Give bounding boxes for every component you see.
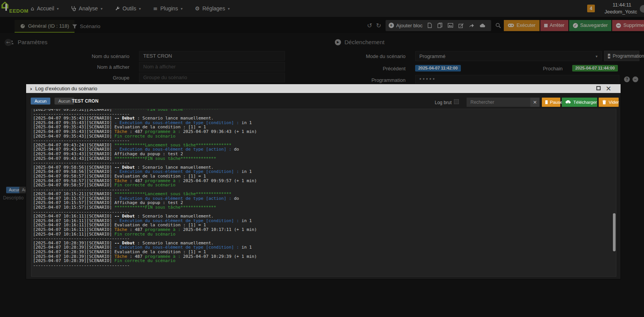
log-brut-label: Log brut [435, 100, 452, 105]
log-brut-checkbox[interactable] [454, 99, 459, 104]
clear-log-button[interactable]: Vider [599, 98, 619, 107]
download-label: Télécharger [573, 100, 597, 105]
modal-header[interactable]: › Log d'exécution du scénario × [26, 84, 621, 93]
trash-icon [602, 100, 606, 105]
pause-label: Pause [550, 100, 563, 105]
log-line: -------------------------------------- [33, 263, 616, 268]
log-filter-button[interactable]: Aucun [55, 98, 74, 105]
log-content: [2025-04-07 09:35:31][SCENARIO] ********… [33, 109, 616, 267]
log-area[interactable]: [2025-04-07 09:35:31][SCENARIO] ********… [31, 109, 616, 277]
chevron-right-icon: › [30, 86, 32, 92]
pause-button[interactable]: Pause [542, 98, 560, 107]
cloud-download-icon [565, 100, 571, 105]
download-button[interactable]: Télécharger [562, 98, 597, 107]
pause-icon [545, 100, 548, 104]
modal-title: Log d'exécution du scénario [35, 86, 97, 91]
clear-search-button[interactable]: × [530, 98, 540, 107]
jeedom-page: ⌂ EEDOM ⌂ Accueil ▾ Analyse ▾ Outils ▾ ≡… [0, 0, 644, 317]
log-search-input[interactable] [467, 98, 530, 107]
close-icon[interactable]: × [606, 84, 611, 92]
log-modal: › Log d'exécution du scénario × Aucun Au… [26, 84, 621, 279]
clear-label: Vider [609, 100, 619, 105]
log-filter-button-active[interactable]: Aucun [31, 98, 50, 105]
log-scrollbar-thumb[interactable] [613, 213, 616, 251]
maximize-icon[interactable] [596, 86, 601, 90]
scenario-name: TEST CRON [72, 98, 98, 104]
